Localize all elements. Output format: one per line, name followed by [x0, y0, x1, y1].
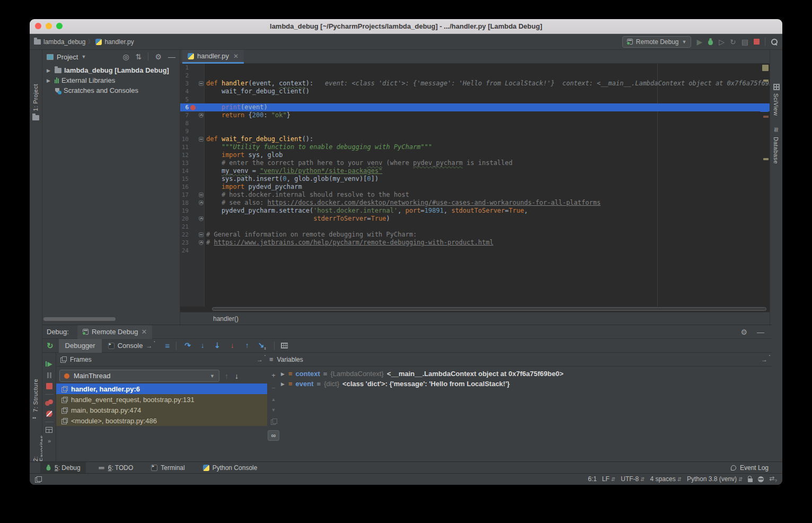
expand-arrow-icon[interactable]: ▶: [281, 371, 285, 377]
tool-button-database[interactable]: Database: [773, 137, 779, 164]
step-out-button[interactable]: ↑: [240, 341, 254, 350]
pause-program-button[interactable]: [47, 372, 51, 378]
interpreter-widget[interactable]: Python 3.8 (venv)⇵: [687, 475, 743, 483]
settings-gear-icon[interactable]: ⚙: [155, 53, 162, 61]
hide-panel-button[interactable]: —: [168, 53, 175, 61]
code-line[interactable]: 9: [180, 127, 770, 135]
run-with-button[interactable]: ▤: [742, 38, 748, 46]
editor-tab-handler-py[interactable]: handler.py ✕: [182, 50, 244, 64]
close-window-button[interactable]: [35, 23, 41, 29]
expand-arrow-icon[interactable]: ▶: [47, 68, 52, 73]
fold-gutter[interactable]: [197, 193, 205, 197]
code-line[interactable]: 23# https://www.jetbrains.com/help/pycha…: [180, 239, 770, 247]
error-stripe-mark[interactable]: [763, 158, 769, 160]
editor-horizontal-scrollbar[interactable]: [180, 307, 770, 312]
tool-window-button-todo[interactable]: ≔6: TODO: [93, 462, 139, 474]
tab-console[interactable]: Console →: [102, 339, 159, 353]
code-line[interactable]: 16 import pydevd_pycharm: [180, 183, 770, 191]
tool-button-structure[interactable]: 7: Structure: [32, 379, 39, 412]
fold-gutter[interactable]: [197, 216, 205, 221]
close-tab-icon[interactable]: ✕: [233, 53, 239, 60]
error-stripe-mark[interactable]: [763, 80, 769, 82]
event-log-button[interactable]: Event Log: [731, 464, 769, 472]
code-line[interactable]: 1: [180, 64, 770, 72]
more-actions-button[interactable]: »: [48, 438, 50, 444]
project-horizontal-scrollbar[interactable]: [43, 317, 116, 321]
stack-frame-row[interactable]: <module>, bootstrap.py:486: [56, 415, 267, 426]
layout-options-icon[interactable]: ≡: [165, 341, 170, 350]
caret-position[interactable]: 6:1: [588, 475, 597, 483]
step-into-button[interactable]: ↓: [196, 341, 209, 350]
mute-breakpoints-button[interactable]: [46, 411, 52, 417]
pin-panel-icon[interactable]: →: [761, 356, 767, 363]
encoding-widget[interactable]: UTF-8⇵: [621, 475, 645, 483]
fold-gutter[interactable]: [197, 113, 205, 118]
breadcrumb-file[interactable]: handler.py: [95, 38, 134, 46]
stack-frame-row[interactable]: handler, handler.py:6: [56, 383, 267, 394]
code-line[interactable]: 2: [180, 72, 770, 80]
highlighting-level-icon[interactable]: [758, 476, 764, 482]
code-line[interactable]: 17 # host.docker.internal should resolve…: [180, 191, 770, 199]
code-line[interactable]: 3def handler(event, context): event: <cl…: [180, 80, 770, 88]
close-tab-icon[interactable]: ✕: [141, 328, 147, 336]
error-stripe-mark[interactable]: [762, 65, 769, 71]
tool-window-button-python-console[interactable]: Python Console: [198, 462, 263, 474]
code-line[interactable]: 5: [180, 95, 770, 103]
variable-row[interactable]: ▶≡event = {dict} <class 'dict'>: {'messa…: [267, 379, 772, 389]
settings-gear-icon[interactable]: ⚙: [740, 328, 747, 336]
status-stack-icon[interactable]: [35, 476, 41, 482]
code-editor[interactable]: 123def handler(event, context): event: <…: [180, 64, 770, 307]
minimize-window-button[interactable]: [46, 23, 52, 29]
fold-gutter[interactable]: [197, 201, 205, 205]
error-stripe-mark[interactable]: [760, 104, 769, 112]
code-line[interactable]: 24: [180, 247, 770, 255]
rerun-button[interactable]: ↻: [47, 341, 54, 351]
view-breakpoints-button[interactable]: [45, 399, 54, 406]
tool-window-button-debug[interactable]: 5: Debug: [40, 462, 86, 474]
coverage-button[interactable]: ▷: [719, 38, 725, 46]
run-configuration-selector[interactable]: Remote Debug ▼: [622, 36, 692, 48]
code-line[interactable]: 12 import sys, glob: [180, 151, 770, 159]
thread-selector[interactable]: MainThread ▼: [59, 370, 219, 382]
project-tree-item[interactable]: ▶External Libraries: [42, 75, 180, 85]
code-line[interactable]: 8: [180, 119, 770, 127]
code-line[interactable]: 14 my_venv = "venv/lib/python*/site-pack…: [180, 167, 770, 175]
run-button[interactable]: ▶: [696, 38, 702, 46]
stack-frame-row[interactable]: handle_event_request, bootstrap.py:131: [56, 394, 267, 405]
step-over-button[interactable]: ↷: [181, 341, 195, 350]
expand-arrow-icon[interactable]: ▶: [47, 78, 52, 83]
stop-process-button[interactable]: [46, 383, 52, 389]
error-stripe-mark[interactable]: [763, 116, 769, 118]
code-line[interactable]: 10def wait_for_debug_client():: [180, 135, 770, 143]
zoom-window-button[interactable]: [56, 23, 63, 29]
code-line[interactable]: 18 # see also: https://docs.docker.com/d…: [180, 199, 770, 207]
breakpoint-dot[interactable]: [190, 105, 196, 110]
indent-widget[interactable]: 4 spaces⇵: [650, 475, 682, 483]
tool-button-sciview[interactable]: SciView: [773, 93, 779, 116]
pin-tab-icon[interactable]: →: [146, 342, 152, 350]
code-line[interactable]: 4 wait_for_debug_client(): [180, 88, 770, 95]
variables-menu-icon[interactable]: ≡: [269, 355, 273, 363]
sync-status-icon[interactable]: ⇄?: [769, 475, 777, 483]
pin-panel-icon[interactable]: →: [257, 356, 263, 363]
collapse-all-button[interactable]: ⇅: [136, 53, 142, 61]
code-line[interactable]: 15 sys.path.insert(0, glob.glob(my_venv)…: [180, 175, 770, 183]
execution-line[interactable]: 6 print(event): [180, 103, 770, 111]
force-step-into-button[interactable]: ⇣: [210, 341, 224, 350]
restore-layout-button[interactable]: [46, 427, 52, 433]
debug-button[interactable]: [708, 38, 713, 45]
tab-debugger[interactable]: Debugger: [59, 339, 102, 353]
profiler-button[interactable]: ↻: [730, 38, 736, 46]
code-line[interactable]: 22# General information on remote debugg…: [180, 231, 770, 239]
fold-gutter[interactable]: [197, 240, 205, 245]
code-line[interactable]: 13 # enter the correct path here to your…: [180, 159, 770, 167]
tool-button-project[interactable]: 1: Project: [32, 84, 39, 111]
project-tree-item[interactable]: Scratches and Consoles: [42, 85, 180, 95]
breakpoint-gutter[interactable]: [189, 105, 197, 110]
fold-gutter[interactable]: [197, 232, 205, 237]
fold-gutter[interactable]: [197, 137, 205, 142]
stack-frame-row[interactable]: main, bootstrap.py:474: [56, 405, 267, 415]
readonly-lock-icon[interactable]: [748, 478, 753, 482]
line-separator-widget[interactable]: LF⇵: [602, 475, 615, 483]
run-to-cursor-button[interactable]: ↘ɪ: [255, 341, 269, 351]
